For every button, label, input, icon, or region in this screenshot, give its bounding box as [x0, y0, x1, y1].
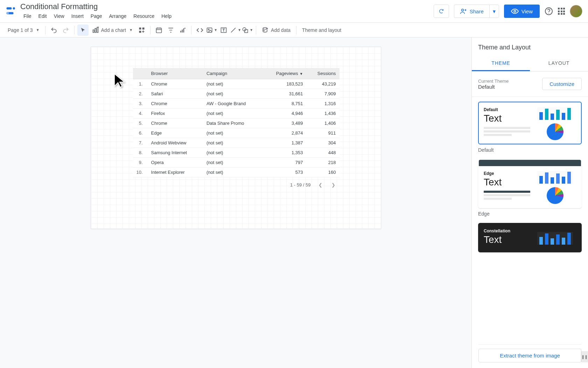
menu-view[interactable]: View — [51, 12, 68, 20]
image-button[interactable]: ▼ — [206, 25, 217, 36]
apps-grid-icon[interactable] — [558, 8, 565, 15]
tab-theme[interactable]: THEME — [472, 56, 530, 71]
separator — [256, 26, 256, 34]
current-theme-label: Current Theme — [478, 79, 509, 84]
theme-preview-name: Edge — [484, 171, 530, 176]
theme-list[interactable]: Default Text Default Edge — [472, 97, 588, 368]
table-row[interactable]: 1.Chrome(not set)183,52343,219 — [133, 79, 340, 89]
canvas-viewport[interactable]: Browser Campaign Pageviews▼ Sessions 1.C… — [0, 38, 471, 368]
sort-desc-icon: ▼ — [300, 72, 303, 76]
cell-campaign: Data Share Promo — [203, 118, 263, 128]
menubar: File Edit View Insert Page Arrange Resou… — [20, 12, 434, 20]
header-campaign[interactable]: Campaign — [203, 68, 263, 79]
cell-index: 10. — [133, 168, 148, 177]
table-row[interactable]: 4.Firefox(not set)4,9461,436 — [133, 109, 340, 118]
user-avatar[interactable] — [570, 5, 582, 18]
cell-pageviews: 4,946 — [263, 109, 307, 118]
add-chart-button[interactable]: Add a chart ▼ — [89, 25, 136, 35]
table-row[interactable]: 8.Samsung Internet(not set)1,353448 — [133, 148, 340, 158]
cell-campaign: AW - Google Brand — [203, 99, 263, 109]
shape-button[interactable]: ▼ — [242, 25, 253, 36]
selection-tool-button[interactable] — [77, 25, 89, 36]
redo-button[interactable] — [60, 25, 71, 36]
view-button[interactable]: View — [504, 5, 540, 18]
theme-layout-button[interactable]: Theme and layout — [299, 26, 344, 34]
customize-button[interactable]: Customize — [542, 78, 582, 90]
menu-help[interactable]: Help — [158, 12, 175, 20]
svg-rect-14 — [156, 28, 162, 33]
table-row[interactable]: 10.Internet Explorer(not set)573160 — [133, 168, 340, 177]
menu-resource[interactable]: Resource — [130, 12, 158, 20]
help-icon[interactable] — [545, 7, 553, 15]
date-range-button[interactable] — [153, 25, 164, 36]
table-chart[interactable]: Browser Campaign Pageviews▼ Sessions 1.C… — [133, 68, 340, 189]
document-title[interactable]: Conditional Formatting — [20, 2, 434, 11]
table-row[interactable]: 7.Android Webview(not set)1,387304 — [133, 138, 340, 148]
header-index — [133, 68, 148, 79]
pager-prev-button[interactable]: ❮ — [317, 181, 324, 189]
add-data-button[interactable]: Add data — [259, 25, 293, 35]
theme-card-default[interactable]: Default Text — [478, 102, 582, 144]
report-canvas[interactable]: Browser Campaign Pageviews▼ Sessions 1.C… — [91, 47, 381, 229]
page-selector-label: Page 1 of 3 — [8, 27, 33, 33]
share-dropdown-button[interactable]: ▾ — [489, 5, 499, 18]
svg-point-19 — [208, 29, 209, 30]
bar-chart-icon — [537, 171, 573, 184]
filter-control-button[interactable] — [165, 25, 176, 36]
tab-layout[interactable]: LAYOUT — [530, 56, 588, 71]
cell-pageviews: 1,387 — [263, 138, 307, 148]
header-pageviews[interactable]: Pageviews▼ — [263, 68, 307, 79]
svg-point-5 — [514, 10, 516, 12]
svg-rect-17 — [183, 28, 184, 33]
bar-chart-icon — [537, 232, 573, 245]
view-label: View — [522, 8, 533, 14]
url-embed-button[interactable] — [194, 25, 205, 36]
table-row[interactable]: 9.Opera(not set)797218 — [133, 158, 340, 168]
pie-chart-icon — [547, 123, 564, 140]
table-row[interactable]: 3.ChromeAW - Google Brand8,7511,316 — [133, 99, 340, 109]
menu-insert[interactable]: Insert — [68, 12, 87, 20]
cell-browser: Edge — [148, 128, 203, 138]
current-theme-section: Current Theme Default Customize — [472, 71, 588, 97]
cell-pageviews: 797 — [263, 158, 307, 168]
menu-file[interactable]: File — [20, 12, 35, 20]
cell-index: 5. — [133, 118, 148, 128]
extract-theme-button[interactable]: Extract theme from image — [478, 349, 581, 362]
chevron-down-icon: ▼ — [36, 28, 40, 32]
cell-browser: Chrome — [148, 118, 203, 128]
theme-preview-text: Text — [484, 113, 530, 124]
header-browser[interactable]: Browser — [148, 68, 203, 79]
table-row[interactable]: 2.Safari(not set)31,6617,909 — [133, 89, 340, 99]
cell-browser: Safari — [148, 89, 203, 99]
refresh-button[interactable] — [434, 5, 449, 18]
community-viz-button[interactable] — [136, 25, 147, 36]
share-button[interactable]: Share — [454, 5, 489, 18]
cell-campaign: (not set) — [203, 138, 263, 148]
chevron-down-icon: ▼ — [129, 28, 133, 32]
text-button[interactable] — [218, 25, 229, 36]
header-sessions[interactable]: Sessions — [307, 68, 340, 79]
page-selector[interactable]: Page 1 of 3 ▼ — [5, 26, 42, 34]
table-row[interactable]: 5.ChromeData Share Promo3,4891,406 — [133, 118, 340, 128]
pager-next-button[interactable]: ❯ — [330, 181, 337, 189]
svg-rect-22 — [245, 29, 248, 33]
svg-rect-9 — [95, 28, 96, 33]
cell-pageviews: 3,489 — [263, 118, 307, 128]
cell-pageviews: 31,661 — [263, 89, 307, 99]
svg-point-7 — [548, 13, 549, 14]
cell-browser: Firefox — [148, 109, 203, 118]
cell-browser: Internet Explorer — [148, 168, 203, 177]
theme-card-edge[interactable]: Edge Text — [478, 159, 582, 208]
separator — [296, 26, 296, 34]
menu-page[interactable]: Page — [88, 12, 105, 20]
cell-sessions: 1,436 — [307, 109, 340, 118]
data-control-button[interactable] — [177, 25, 188, 36]
line-button[interactable]: ▼ — [230, 25, 241, 36]
menu-edit[interactable]: Edit — [35, 12, 50, 20]
theme-card-constellation[interactable]: Constellation Text — [478, 223, 582, 252]
table-row[interactable]: 6.Edge(not set)2,874911 — [133, 128, 340, 138]
menu-arrange[interactable]: Arrange — [106, 12, 130, 20]
undo-button[interactable] — [48, 25, 59, 36]
cell-index: 1. — [133, 79, 148, 89]
pause-icon[interactable]: ❚❚ — [581, 351, 588, 362]
